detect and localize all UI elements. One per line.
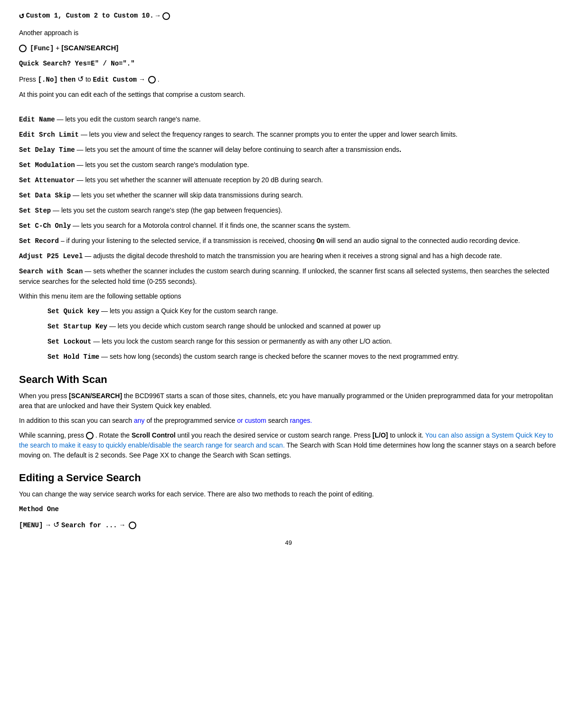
press-code1: [.No]	[38, 76, 58, 84]
quick-search-text: Quick Search? Yes=E" / No="."	[19, 60, 135, 67]
sws-lo: [L/O]	[372, 431, 388, 439]
item-adjust-p25-text: adjusts the digital decode threshold to …	[93, 252, 502, 260]
item-set-attenuator-dash: —	[77, 176, 85, 184]
sub-item-quick-key-text: lets you assign a Quick Key for the cust…	[110, 307, 278, 315]
search-with-scan-para1: When you press [SCAN/SEARCH] the BCD996T…	[19, 391, 558, 411]
item-set-record-text2: will send an audio signal to the connect…	[326, 237, 520, 244]
editing-service-search-para1: You can change the way service search wo…	[19, 489, 558, 499]
item-edit-srch-limit-text: lets you view and select the frequency r…	[89, 131, 458, 138]
sws-scroll-control: Scroll Control	[132, 431, 176, 439]
sub-item-hold-time-dash: —	[101, 353, 110, 360]
menu-bracket: [MENU]	[19, 522, 43, 529]
scan-search-label: [SCAN/SEARCH]	[61, 44, 118, 52]
item-set-step-label: Set Step	[19, 207, 51, 215]
top-navigation-line: ↺ Custom 1, Custom 2 to Custom 10. →	[19, 9, 558, 22]
sub-item-startup-key-dash: —	[109, 322, 118, 330]
item-set-record-on: On	[316, 237, 324, 245]
func-label: [Func]	[30, 45, 54, 52]
method-one-label: Method One	[19, 504, 558, 514]
item-set-data-skip-text: lets you set whether the scanner will sk…	[81, 191, 303, 199]
item-set-cch-only-dash: —	[73, 222, 81, 229]
item-set-step-text: lets you set the custom search range's s…	[61, 206, 283, 214]
item-set-data-skip-label: Set Data Skip	[19, 192, 71, 199]
item-search-with-scan: Search with Scan — sets whether the scan…	[19, 266, 558, 287]
item-set-attenuator: Set Attenuator — lets you set whether th…	[19, 175, 558, 186]
sub-item-lockout-label: Set Lockout	[47, 338, 91, 345]
sws-when-you: When you press	[19, 392, 69, 400]
edit-point-para: At this point you can edit each of the s…	[19, 90, 558, 100]
search-with-scan-para2: In addition to this scan you can search …	[19, 416, 558, 426]
sws-ranges: ranges.	[290, 417, 312, 424]
sws-while-scanning: While scanning, press	[19, 431, 86, 439]
item-search-with-scan-label: Search with Scan	[19, 268, 83, 275]
item-set-modulation-label: Set Modulation	[19, 161, 75, 169]
func-scan-line: [Func] + [SCAN/SEARCH]	[19, 43, 558, 54]
item-adjust-p25: Adjust P25 Level — adjusts the digital d…	[19, 251, 558, 261]
item-set-step: Set Step — lets you set the custom searc…	[19, 205, 558, 216]
item-set-delay-time-text: lets you set the amount of time the scan…	[85, 146, 399, 153]
another-approach-para: Another approach is	[19, 28, 558, 38]
sub-item-quick-key-label: Set Quick key	[47, 308, 99, 315]
item-edit-name: Edit Name — lets you edit the custom sea…	[19, 114, 558, 125]
menu-arrow1: →	[45, 521, 51, 529]
top-arrow: →	[156, 11, 160, 21]
press-arrow: →	[139, 75, 145, 83]
page-number: 49	[19, 538, 558, 548]
item-set-modulation: Set Modulation — lets you set the custom…	[19, 160, 558, 170]
sub-item-startup-key-text: lets you decide which custom search rang…	[118, 322, 380, 330]
press-to: to	[85, 75, 91, 83]
sws-custom: custom	[245, 417, 266, 424]
sws-scan-search-bold: [SCAN/SEARCH]	[69, 392, 122, 400]
item-set-cch-only-label: Set C-Ch Only	[19, 222, 71, 230]
quick-search-line: Quick Search? Yes=E" / No="."	[19, 58, 558, 69]
item-set-delay-time-period: .	[399, 146, 401, 153]
sub-item-set-lockout: Set Lockout — lets you lock the custom s…	[47, 336, 558, 347]
item-edit-srch-limit-dash: —	[81, 131, 89, 138]
item-set-attenuator-label: Set Attenuator	[19, 177, 75, 184]
sws-circle	[86, 432, 94, 439]
sws-or: or	[237, 417, 243, 424]
item-set-record-label: Set Record	[19, 237, 59, 245]
item-set-record-dash: –	[61, 237, 66, 244]
sws-of-the: of the preprogrammed service	[147, 417, 237, 424]
sws-search: search	[268, 417, 290, 424]
item-set-record-text: if during your listening to the selected…	[66, 237, 317, 244]
sub-item-lockout-text: lets you lock the custom search range fo…	[102, 337, 392, 345]
item-edit-name-label: Edit Name	[19, 116, 55, 123]
item-edit-srch-limit-label: Edit Srch Limit	[19, 131, 79, 139]
item-edit-name-dash: —	[57, 115, 66, 123]
press-then: then	[60, 76, 76, 84]
menu-circle-final	[129, 522, 136, 529]
item-set-step-dash: —	[53, 206, 61, 214]
top-circle-icon	[162, 12, 170, 20]
item-adjust-p25-dash: —	[85, 252, 93, 260]
item-set-cch-only: Set C-Ch Only — lets you search for a Mo…	[19, 221, 558, 231]
sub-item-set-quick-key: Set Quick key — lets you assign a Quick …	[47, 306, 558, 317]
func-circle	[19, 45, 27, 52]
menu-rotate-icon: ↺	[53, 521, 59, 529]
menu-line: [MENU] → ↺ Search for ... →	[19, 519, 558, 531]
sub-item-lockout-dash: —	[93, 337, 102, 345]
item-set-data-skip-dash: —	[73, 191, 81, 199]
top-line-text: Custom 1, Custom 2 to Custom 10.	[26, 11, 154, 21]
menu-arrow2: →	[119, 521, 126, 529]
item-adjust-p25-label: Adjust P25 Level	[19, 252, 83, 260]
menu-search-for: Search for ...	[61, 522, 117, 529]
press-icon: ↺	[77, 75, 84, 83]
sws-any: any	[134, 417, 145, 424]
sws-to-unlock: to unlock it.	[390, 431, 425, 439]
press-line: Press [.No] then ↺ to Edit Custom → .	[19, 74, 558, 85]
search-with-scan-para3: While scanning, press . Rotate the Scrol…	[19, 430, 558, 460]
method-one-text: Method One	[19, 505, 59, 513]
sub-item-hold-time-text: sets how long (seconds) the custom searc…	[110, 353, 459, 360]
sws-in-addition: In addition to this scan you can search	[19, 417, 134, 424]
item-set-delay-time-label: Set Delay Time	[19, 146, 75, 154]
press-period: .	[158, 75, 160, 83]
rotate-icon: ↺	[19, 9, 24, 22]
item-search-with-scan-text: sets whether the scanner includes the cu…	[19, 267, 549, 285]
item-edit-srch-limit: Edit Srch Limit — lets you view and sele…	[19, 130, 558, 140]
item-set-cch-only-text: lets you search for a Motorola control c…	[81, 222, 350, 229]
press-word: Press	[19, 75, 38, 83]
func-plus: +	[56, 44, 59, 52]
sws-rotate: . Rotate the	[95, 431, 132, 439]
